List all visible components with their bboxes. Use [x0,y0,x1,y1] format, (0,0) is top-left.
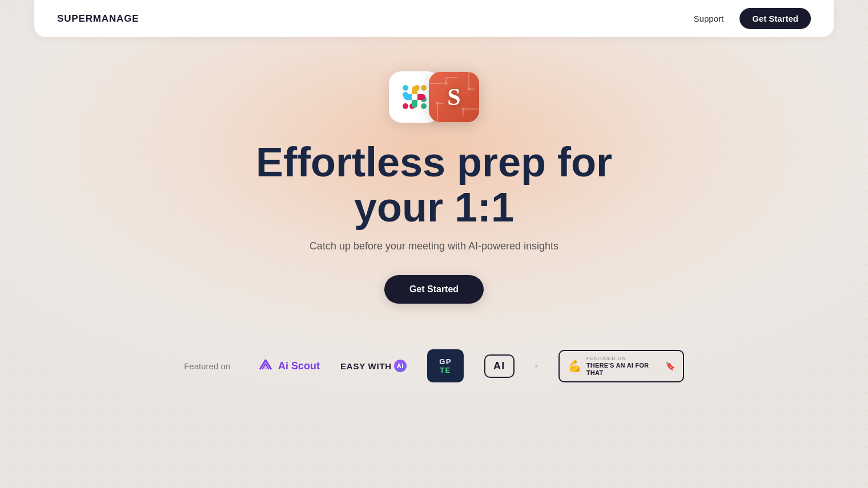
svg-point-26 [468,88,471,91]
svg-point-20 [462,108,465,111]
aiforthat-text-block: FEATURED ON THERE'S AN AI FOR THAT [586,356,661,377]
hero-title-line1: Effortless prep for [256,139,612,185]
hero-subtitle: Catch up before your meeting with AI-pow… [310,240,558,252]
aiscout-text: Ai Scout [278,360,320,372]
featured-label: Featured on [184,361,230,371]
aiscout-icon [258,358,274,374]
aiscout-logo: Ai Scout [258,358,320,374]
ai-badge-logo: AI [484,354,515,378]
navbar: SUPERMANAGE Support Get Started [34,0,834,37]
nav-right: Support Get Started [694,8,811,29]
supermanage-icon: S [429,72,479,122]
separator-dot [535,365,538,368]
hero-section: S Effortless prep for your 1:1 Catch up … [0,37,868,304]
aiforthat-muscle-icon: 💪 [568,359,582,373]
hero-get-started-button[interactable]: Get Started [384,275,484,304]
gpte-top-text: GP [439,357,451,366]
featured-logos: Ai Scout EASY WITH AI GP TE AI 💪 FEATURE… [258,349,684,382]
easywith-ai-badge: AI [394,360,407,372]
svg-rect-6 [421,103,427,109]
nav-get-started-button[interactable]: Get Started [740,8,811,29]
brand-logo: SUPERMANAGE [57,13,139,25]
svg-rect-0 [403,85,408,91]
app-icons-group: S [389,71,479,123]
hero-title-line2: your 1:1 [354,184,514,230]
gpte-bottom-text: TE [440,366,451,374]
aiforthat-bookmark-icon: 🔖 [665,361,675,370]
svg-point-17 [445,82,448,85]
ai-badge-text: AI [493,360,505,372]
gpte-logo: GP TE [427,349,464,382]
svg-rect-13 [412,94,417,100]
svg-point-23 [436,102,439,105]
easywith-logo: EASY WITH AI [340,360,407,372]
aiforthat-line1: FEATURED ON [586,356,661,362]
aiforthat-line2: THERE'S AN AI FOR THAT [586,362,661,377]
featured-section: Featured on Ai Scout EASY WITH AI GP TE … [0,349,868,382]
easywith-text: EASY WITH [340,361,392,371]
support-link[interactable]: Support [694,14,724,23]
svg-rect-2 [421,85,427,91]
hero-title: Effortless prep for your 1:1 [256,140,612,230]
svg-rect-4 [403,103,408,109]
aiforthat-logo: 💪 FEATURED ON THERE'S AN AI FOR THAT 🔖 [558,350,684,382]
